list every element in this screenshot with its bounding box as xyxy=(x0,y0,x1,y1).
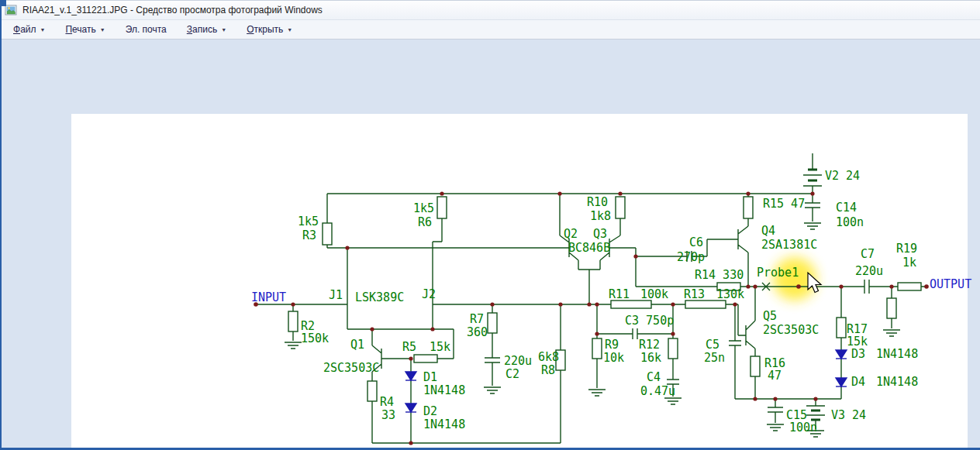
menu-bar: Файл▼Печать▼Эл. почтаЗапись▼Открыть▼ xyxy=(0,20,980,40)
menu-item-label: Печать xyxy=(65,24,95,35)
dropdown-arrow-icon: ▼ xyxy=(287,27,292,33)
title-bar[interactable]: RIAA21_v.1_311221.JPG - Средство просмот… xyxy=(0,0,980,20)
dropdown-arrow-icon: ▼ xyxy=(221,27,226,33)
window-border-left xyxy=(0,0,2,450)
menu-item-label: Запись xyxy=(187,24,217,35)
dropdown-arrow-icon: ▼ xyxy=(40,27,46,33)
viewer-client-area xyxy=(0,40,980,450)
menu-item-open[interactable]: Открыть▼ xyxy=(240,22,299,37)
dropdown-arrow-icon: ▼ xyxy=(100,27,105,33)
photo-viewer-icon xyxy=(5,4,17,16)
menu-item-label: Файл xyxy=(13,24,36,35)
menu-item-burn[interactable]: Запись▼ xyxy=(180,22,233,37)
menu-item-label: Открыть xyxy=(247,24,283,35)
window-title: RIAA21_v.1_311221.JPG - Средство просмот… xyxy=(22,5,323,15)
menu-item-print[interactable]: Печать▼ xyxy=(58,22,112,37)
menu-item-label: Эл. почта xyxy=(126,24,167,35)
menu-item-email[interactable]: Эл. почта xyxy=(119,22,174,37)
photo-canvas xyxy=(71,114,968,450)
window-corner-accent xyxy=(0,0,6,6)
menu-item-file[interactable]: Файл▼ xyxy=(6,22,52,37)
